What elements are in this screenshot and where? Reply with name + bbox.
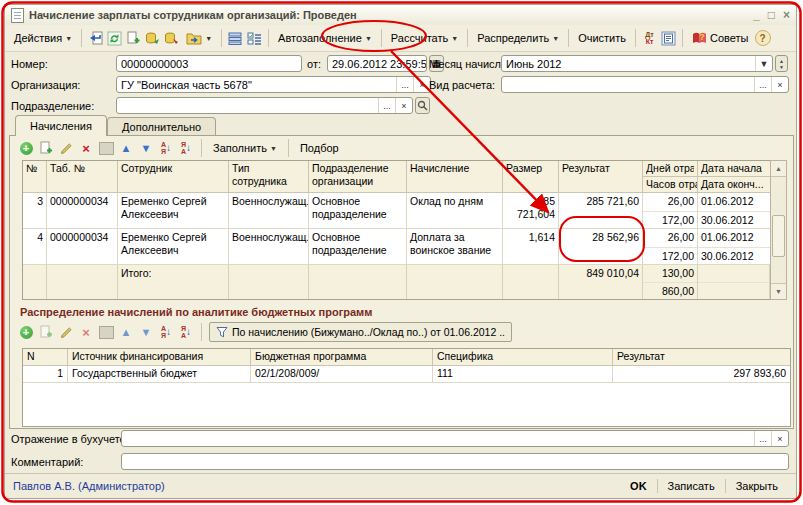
col-header-n: N — [23, 349, 68, 366]
edit-row-icon[interactable] — [58, 324, 74, 340]
move-up-icon[interactable]: ▲ — [118, 140, 134, 156]
refresh-icon[interactable] — [106, 30, 123, 47]
choose-icon[interactable]: ... — [754, 77, 771, 92]
toolbar-separator — [221, 29, 222, 47]
close-button[interactable]: × — [783, 9, 790, 21]
move-up-icon[interactable]: ▲ — [118, 324, 134, 340]
chevron-down-icon: ▼ — [451, 35, 458, 42]
ok-button[interactable]: OK — [620, 478, 657, 494]
fill-menu-button[interactable]: Заполнить▼ — [209, 140, 281, 156]
accruals-header-row: № Таб. № Сотрудник Тип сотрудника Подраз… — [23, 161, 770, 193]
clear-field-icon[interactable]: × — [413, 77, 430, 92]
distribute-menu-button[interactable]: Распределить▼ — [473, 30, 563, 46]
toolbar-separator — [682, 29, 683, 47]
dtkt-postings-icon[interactable]: ДтКт — [641, 30, 658, 47]
choose-icon[interactable]: ... — [396, 77, 413, 92]
pick-button[interactable]: Подбор — [296, 140, 343, 156]
scroll-down-icon[interactable]: ▼ — [771, 283, 786, 299]
calc-type-field[interactable]: ... × — [501, 76, 789, 93]
minimize-button[interactable]: _ — [753, 9, 760, 21]
date-field[interactable]: 29.06.2012 23:59:59 — [327, 55, 427, 72]
add-row-icon[interactable]: + — [18, 324, 34, 340]
clear-field-icon[interactable]: × — [395, 98, 412, 113]
document-window: Начисление зарплаты сотрудникам организа… — [4, 4, 797, 499]
month-combo[interactable]: Июнь 2012 ▼ — [501, 55, 773, 72]
column-settings-icon[interactable] — [246, 30, 263, 47]
col-header-dates: Дата начала Дата оконч... — [698, 161, 770, 193]
col-header-accrual: Начисление — [407, 161, 503, 193]
help-icon[interactable]: ? — [755, 30, 771, 46]
comment-field[interactable] — [121, 453, 789, 470]
list-settings-icon[interactable] — [227, 30, 244, 47]
clear-field-icon[interactable]: × — [771, 77, 788, 92]
end-edit-icon[interactable] — [98, 140, 114, 156]
comment-label: Комментарий: — [11, 453, 83, 471]
number-field[interactable]: 00000000003 — [116, 55, 302, 72]
move-down-icon[interactable]: ▼ — [138, 324, 154, 340]
clear-field-icon[interactable]: × — [771, 431, 788, 446]
toolbar-separator — [568, 29, 569, 47]
month-value: Июнь 2012 — [506, 58, 755, 70]
goto-menu-button[interactable]: ▼ — [182, 29, 216, 47]
department-field[interactable]: ... × — [116, 97, 413, 114]
distribution-grid-toolbar: + × ▲ ▼ АЯ↓ ЯА↓ По начислению (Бижумано.… — [18, 322, 512, 342]
toolbar-separator — [81, 29, 82, 47]
search-icon[interactable] — [415, 97, 430, 114]
advice-button[interactable]: ? Советы — [688, 29, 752, 47]
col-header-department: Подразделение организации — [309, 161, 407, 193]
scroll-up-icon[interactable]: ▲ — [771, 161, 786, 177]
totals-days: 130,00 — [643, 265, 697, 282]
delete-row-icon[interactable]: × — [78, 140, 94, 156]
totals-result: 849 010,04 — [559, 265, 643, 299]
col-header-result: Результат — [613, 349, 790, 366]
scrollbar-thumb[interactable] — [772, 215, 785, 257]
autofill-menu-button[interactable]: Автозаполнение▼ — [274, 30, 376, 46]
table-row[interactable]: 4 0000000034 Еременко Сергей Алексеевич … — [23, 229, 770, 265]
choose-icon[interactable]: ... — [378, 98, 395, 113]
totals-row: Итого: 849 010,04 130,00 860,00 — [23, 265, 770, 299]
edit-row-icon[interactable] — [58, 140, 74, 156]
sort-asc-icon[interactable]: АЯ↓ — [158, 140, 174, 156]
add-row-icon[interactable]: + — [18, 140, 34, 156]
toolbar-separator — [635, 29, 636, 47]
save-button[interactable]: Записать — [658, 478, 725, 494]
combo-dropdown-icon[interactable]: ▼ — [755, 56, 772, 71]
accounting-field[interactable]: ... × — [121, 430, 789, 447]
autofill-label: Автозаполнение — [278, 32, 362, 44]
vertical-scrollbar[interactable]: ▲ ▼ — [770, 160, 787, 300]
goto-folder-icon — [186, 31, 202, 45]
accruals-table: № Таб. № Сотрудник Тип сотрудника Подраз… — [22, 160, 771, 300]
distribution-header-row: N Источник финансирования Бюджетная прог… — [23, 349, 790, 366]
copy-document-icon[interactable] — [125, 30, 142, 47]
delete-row-icon[interactable]: × — [78, 324, 94, 340]
organization-field[interactable]: ГУ "Воинская часть 5678" ... × — [116, 76, 431, 93]
totals-hours: 860,00 — [643, 282, 697, 299]
sort-asc-icon[interactable]: АЯ↓ — [158, 324, 174, 340]
col-header-budget-program: Бюджетная программа — [251, 349, 433, 366]
month-spinner[interactable]: ▲▼ — [775, 55, 788, 72]
sort-desc-icon[interactable]: ЯА↓ — [178, 324, 194, 340]
table-row[interactable]: 3 0000000034 Еременко Сергей Алексеевич … — [23, 193, 770, 229]
copy-row-icon[interactable] — [38, 324, 54, 340]
maximize-button[interactable]: □ — [768, 9, 775, 21]
choose-icon[interactable]: ... — [754, 431, 771, 446]
move-down-icon[interactable]: ▼ — [138, 140, 154, 156]
table-row[interactable]: 1 Государственный бюджет 02/1/208/009/ 1… — [23, 366, 790, 383]
close-form-button[interactable]: Закрыть — [726, 478, 788, 494]
end-edit-icon[interactable] — [98, 324, 114, 340]
clear-button[interactable]: Очистить — [574, 30, 630, 46]
copy-row-icon[interactable] — [38, 140, 54, 156]
filter-button[interactable]: По начислению (Бижумано../Оклад по..) от… — [209, 322, 512, 342]
post-document-icon[interactable] — [144, 30, 161, 47]
unpost-document-icon[interactable] — [163, 30, 180, 47]
tab-accruals[interactable]: Начисления — [15, 115, 107, 136]
report-icon[interactable] — [660, 30, 677, 47]
sort-desc-icon[interactable]: ЯА↓ — [178, 140, 194, 156]
calculate-menu-button[interactable]: Рассчитать▼ — [387, 30, 462, 46]
reread-icon[interactable] — [87, 30, 104, 47]
actions-menu-button[interactable]: Действия▼ — [10, 30, 76, 46]
advice-label: Советы — [710, 32, 748, 44]
status-bar: Павлов А.В. (Администратор) OK Записать … — [5, 473, 796, 498]
tab-additional[interactable]: Дополнительно — [107, 117, 216, 135]
col-header-specifics: Специфика — [433, 349, 613, 366]
